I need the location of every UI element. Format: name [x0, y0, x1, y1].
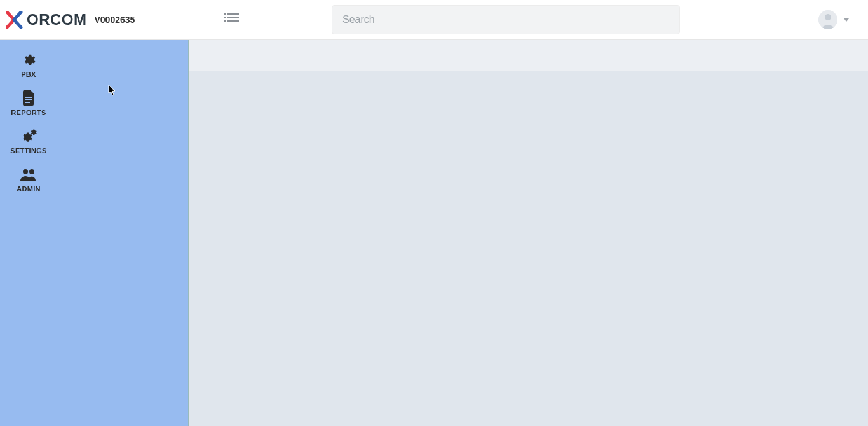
chevron-down-icon	[844, 18, 849, 22]
search-wrap	[332, 5, 680, 34]
svg-point-7	[825, 14, 831, 20]
app-header: ORCOM V0002635	[0, 0, 868, 40]
avatar	[818, 10, 837, 29]
users-icon	[20, 166, 37, 182]
gear-icon	[22, 52, 36, 68]
cursor-icon	[108, 85, 117, 99]
svg-rect-10	[25, 102, 30, 103]
search-input[interactable]	[332, 5, 680, 34]
sidebar: PBX REPORTS	[0, 40, 189, 426]
content-header-bar	[189, 40, 868, 71]
svg-rect-1	[227, 13, 239, 15]
user-menu[interactable]	[818, 10, 849, 29]
svg-rect-4	[224, 20, 226, 22]
svg-point-11	[23, 169, 28, 174]
sidebar-item-reports[interactable]: REPORTS	[0, 85, 57, 123]
brand-text: ORCOM	[27, 11, 87, 29]
svg-rect-0	[224, 13, 226, 15]
sidebar-item-settings[interactable]: SETTINGS	[0, 123, 57, 161]
list-icon	[224, 12, 239, 27]
sidebar-item-label: PBX	[21, 71, 36, 78]
app-body: PBX REPORTS	[0, 40, 868, 426]
svg-rect-5	[227, 20, 239, 22]
sidebar-item-label: REPORTS	[11, 109, 46, 116]
svg-rect-2	[224, 17, 226, 18]
svg-rect-9	[25, 99, 32, 100]
sidebar-item-admin[interactable]: ADMIN	[0, 161, 57, 199]
document-icon	[22, 90, 35, 106]
gears-icon	[20, 128, 37, 144]
logo-group[interactable]: ORCOM V0002635	[6, 11, 135, 29]
content-body	[189, 71, 868, 426]
menu-toggle-button[interactable]	[224, 12, 239, 27]
sidebar-item-pbx[interactable]: PBX	[0, 46, 57, 85]
x-icon	[6, 11, 23, 29]
svg-rect-8	[25, 97, 32, 98]
svg-point-12	[29, 169, 34, 174]
svg-rect-3	[227, 17, 239, 18]
sidebar-item-label: ADMIN	[17, 185, 41, 193]
sidebar-item-label: SETTINGS	[10, 147, 46, 155]
content-area	[189, 40, 868, 426]
version-label: V0002635	[95, 15, 135, 25]
